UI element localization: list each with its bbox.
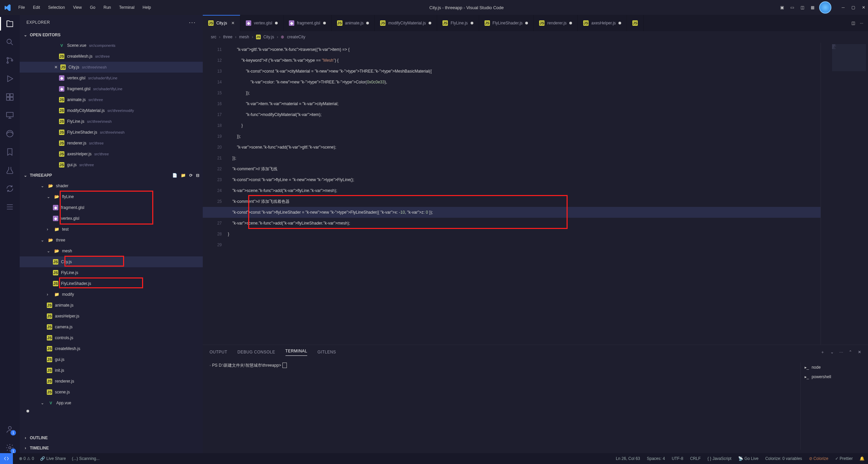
toggle-primary-sidebar-icon[interactable]: ▣ <box>778 4 785 11</box>
panel-tab-terminal[interactable]: TERMINAL <box>285 349 308 356</box>
remote-explorer-icon[interactable] <box>4 110 15 121</box>
open-editor-item[interactable]: JSgui.jssrc\three <box>20 159 203 170</box>
open-editor-item[interactable]: VScene.vuesrc\components <box>20 40 203 51</box>
open-editor-item[interactable]: JScreateMesh.jssrc\three <box>20 51 203 62</box>
toggle-panel-icon[interactable]: ▭ <box>789 4 795 11</box>
open-editor-item[interactable]: JSaxesHelper.jssrc\three <box>20 149 203 159</box>
menu-selection[interactable]: Selection <box>45 4 68 11</box>
close-icon[interactable]: ✕ <box>231 21 235 25</box>
maximize-icon[interactable]: ▢ <box>851 5 855 10</box>
folder-three[interactable]: ⌄📂three <box>20 235 203 246</box>
terminal-process-powershell[interactable]: ▸_powershell <box>805 372 861 382</box>
minimap[interactable]: ▬▬▬▬▬▬▬▬▬▬▬▬▬▬▬▬▬▬▬▬▬▬▬▬▬▬▬▬▬ <box>821 43 868 345</box>
code-content[interactable]: "k-var">gltf."k-var">scene."k-func">trav… <box>228 43 821 345</box>
customize-layout-icon[interactable]: ▦ <box>809 4 816 11</box>
new-terminal-icon[interactable]: ＋ <box>821 349 825 355</box>
menu-go[interactable]: Go <box>86 4 99 11</box>
tab-renderer[interactable]: JSrenderer.js <box>534 15 578 31</box>
open-editors-header[interactable]: ⌄ OPEN EDITORS <box>20 30 203 40</box>
open-editor-item[interactable]: ◆fragment.glslsrc\shader\flyLine <box>20 83 203 94</box>
timeline-header[interactable]: ›TIMELINE <box>20 443 203 453</box>
encoding[interactable]: UTF-8 <box>672 456 683 461</box>
tab-flyline[interactable]: JSFlyLine.js <box>437 15 479 31</box>
file-gui[interactable]: JSgui.js <box>20 354 203 365</box>
folder-mesh[interactable]: ⌄📂mesh <box>20 246 203 256</box>
terminal[interactable]: ◦ PS D:\新建文件夹\智慧城市\threeapp> ▸_node ▸_po… <box>203 359 868 453</box>
close-icon[interactable]: ✕ <box>54 65 58 70</box>
file-scene[interactable]: JSscene.js <box>20 387 203 398</box>
menu-run[interactable]: Run <box>100 4 114 11</box>
accounts-icon[interactable]: 1 <box>4 424 15 435</box>
file-createmesh[interactable]: JScreateMesh.js <box>20 343 203 354</box>
menu-file[interactable]: File <box>15 4 28 11</box>
go-live[interactable]: 📡 Go Live <box>738 456 758 461</box>
tab-flylineshader[interactable]: JSFlyLineShader.js <box>479 15 534 31</box>
folder-modify[interactable]: ›📁modify <box>20 289 203 300</box>
open-editor-item[interactable]: JSmodifyCityMaterial.jssrc\three\modify <box>20 105 203 116</box>
more-actions-icon[interactable]: ··· <box>860 21 863 25</box>
open-editor-item[interactable]: JSanimate.jssrc\three <box>20 94 203 105</box>
remote-indicator[interactable] <box>0 453 13 464</box>
file-flyline[interactable]: JSFlyLine.js <box>20 267 203 278</box>
test-icon[interactable] <box>4 165 15 176</box>
file-renderer[interactable]: JSrenderer.js <box>20 376 203 387</box>
file-camera[interactable]: JScamera.js <box>20 322 203 332</box>
minimize-icon[interactable]: ─ <box>842 5 845 10</box>
cursor-position[interactable]: Ln 26, Col 63 <box>616 456 640 461</box>
breadcrumb[interactable]: src› three› mesh› JSCity.js› ⊕createCity <box>203 31 868 43</box>
tab-modify[interactable]: JSmodifyCityMaterial.js <box>375 15 437 31</box>
terminal-more-icon[interactable]: ··· <box>839 350 843 354</box>
colorize-vars[interactable]: Colorize: 0 variables <box>765 456 802 461</box>
extensions-icon[interactable] <box>4 92 15 102</box>
outline-header[interactable]: ›OUTLINE <box>20 433 203 443</box>
menu-view[interactable]: View <box>70 4 85 11</box>
refresh-icon[interactable]: ⟳ <box>189 173 193 178</box>
file-animate[interactable]: JSanimate.js <box>20 300 203 311</box>
file-axes[interactable]: JSaxesHelper.js <box>20 311 203 322</box>
close-panel-icon[interactable]: ✕ <box>858 350 862 354</box>
tab-axes[interactable]: JSaxesHelper.js <box>578 15 627 31</box>
settings-icon[interactable]: 1 <box>4 442 15 453</box>
folder-flyline[interactable]: ⌄📂flyLine <box>20 191 203 202</box>
new-file-icon[interactable]: 📄 <box>172 173 177 178</box>
panel-tab-gitlens[interactable]: GITLENS <box>317 350 336 354</box>
panel-tab-debug[interactable]: DEBUG CONSOLE <box>237 350 275 354</box>
open-editor-item[interactable]: JSFlyLineShader.jssrc\three\mesh <box>20 127 203 138</box>
file-flylineshader[interactable]: JSFlyLineShader.js <box>20 278 203 289</box>
tab-animate[interactable]: JSanimate.js <box>332 15 375 31</box>
colorize-button[interactable]: ⊘ Colorize <box>809 456 828 461</box>
language-mode[interactable]: { } JavaScript <box>707 456 731 461</box>
menu-terminal[interactable]: Terminal <box>116 4 138 11</box>
maximize-panel-icon[interactable]: ⌃ <box>849 350 852 354</box>
file-fragment[interactable]: ◆fragment.glsl <box>20 202 203 213</box>
open-editor-item[interactable]: JSFlyLine.jssrc\three\mesh <box>20 116 203 127</box>
collapse-icon[interactable]: ⊟ <box>196 173 199 178</box>
terminal-process-node[interactable]: ▸_node <box>805 363 861 372</box>
live-share[interactable]: 🔗 Live Share <box>40 456 66 461</box>
avatar[interactable] <box>819 1 831 14</box>
menu-help[interactable]: Help <box>139 4 155 11</box>
tab-vertex[interactable]: ◆vertex.glsl <box>240 15 283 31</box>
eol[interactable]: CRLF <box>690 456 701 461</box>
close-icon[interactable]: ✕ <box>862 5 865 10</box>
open-editor-item[interactable]: ◆vertex.glslsrc\shader\flyLine <box>20 73 203 83</box>
open-editor-item[interactable]: JSrenderer.jssrc\three <box>20 138 203 149</box>
panel-tab-output[interactable]: OUTPUT <box>210 350 227 354</box>
new-folder-icon[interactable]: 📁 <box>181 173 186 178</box>
list-icon[interactable] <box>4 201 15 212</box>
file-city[interactable]: JSCity.js <box>20 256 203 267</box>
source-control-icon[interactable] <box>4 55 15 66</box>
file-app[interactable]: ⌄VApp.vue <box>20 398 203 408</box>
file-vertex[interactable]: ◆vertex.glsl <box>20 213 203 224</box>
notifications-icon[interactable]: 🔔 <box>860 456 865 461</box>
file-controls[interactable]: JScontrols.js <box>20 332 203 343</box>
terminal-dropdown-icon[interactable]: ⌄ <box>830 350 834 354</box>
run-debug-icon[interactable] <box>4 73 15 84</box>
project-header[interactable]: ⌄ THREEAPP 📄 📁 ⟳ ⊟ <box>20 170 203 180</box>
tab-more[interactable]: JS <box>627 15 644 31</box>
split-editor-icon[interactable]: ◫ <box>851 21 855 25</box>
bookmarks-icon[interactable] <box>4 147 15 157</box>
folder-test[interactable]: ›📁test <box>20 224 203 235</box>
menu-edit[interactable]: Edit <box>29 4 43 11</box>
file-init[interactable]: JSinit.js <box>20 365 203 376</box>
